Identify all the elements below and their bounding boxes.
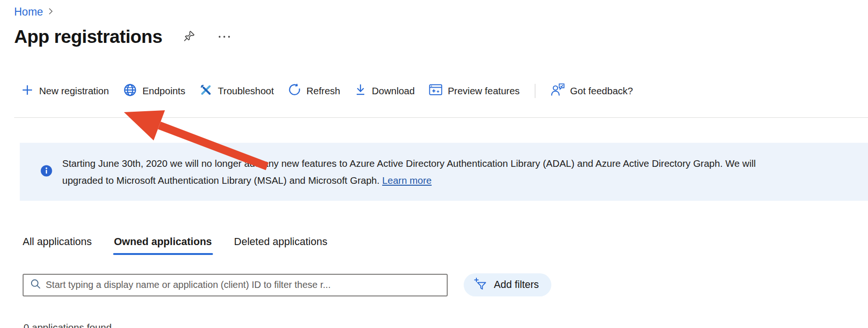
banner-line-2: upgraded to Microsoft Authentication Lib…	[62, 172, 756, 189]
app-registrations-page: Home App registrations	[0, 0, 868, 328]
filter-row: Add filters	[23, 273, 551, 296]
toolbar-separator	[14, 117, 868, 118]
command-toolbar: New registration Endpoints Troubleshoot	[21, 79, 868, 103]
new-registration-button[interactable]: New registration	[21, 83, 109, 99]
refresh-label: Refresh	[306, 85, 340, 97]
tab-owned-applications[interactable]: Owned applications	[114, 236, 212, 255]
applications-count-status: 0 applications found	[24, 322, 112, 328]
feedback-icon	[550, 83, 565, 99]
refresh-button[interactable]: Refresh	[288, 83, 340, 99]
preview-features-button[interactable]: Preview features	[429, 83, 520, 99]
toolbar-divider	[535, 84, 535, 98]
troubleshoot-tools-icon	[199, 83, 213, 99]
endpoints-label: Endpoints	[142, 85, 185, 97]
got-feedback-label: Got feedback?	[570, 85, 633, 97]
banner-line-2-text: upgraded to Microsoft Authentication Lib…	[62, 175, 382, 186]
learn-more-link[interactable]: Learn more	[382, 175, 432, 186]
new-registration-label: New registration	[39, 85, 109, 97]
search-icon	[30, 279, 41, 291]
got-feedback-button[interactable]: Got feedback?	[550, 83, 633, 99]
troubleshoot-button[interactable]: Troubleshoot	[199, 83, 274, 99]
download-label: Download	[372, 85, 415, 97]
more-actions-button[interactable]	[216, 32, 232, 42]
add-filter-funnel-icon	[473, 276, 488, 294]
globe-icon	[123, 83, 137, 99]
breadcrumb: Home	[14, 6, 54, 18]
preview-features-label: Preview features	[448, 85, 520, 97]
search-box	[23, 274, 448, 296]
troubleshoot-label: Troubleshoot	[218, 85, 274, 97]
filter-search-input[interactable]	[46, 279, 440, 290]
banner-text: Starting June 30th, 2020 we will no long…	[62, 155, 756, 189]
tab-deleted-applications[interactable]: Deleted applications	[234, 236, 328, 255]
title-row: App registrations	[14, 26, 232, 47]
breadcrumb-home-link[interactable]: Home	[14, 6, 43, 18]
preview-features-icon	[429, 83, 442, 99]
plus-icon	[21, 83, 34, 99]
add-filters-button[interactable]: Add filters	[464, 273, 551, 296]
download-button[interactable]: Download	[354, 83, 415, 99]
download-icon	[354, 83, 367, 99]
ellipsis-icon	[218, 33, 230, 41]
pin-dashboard-button[interactable]	[181, 28, 197, 46]
info-icon	[41, 165, 52, 179]
page-title: App registrations	[14, 26, 162, 47]
tab-all-applications[interactable]: All applications	[23, 236, 92, 255]
chevron-right-icon	[48, 7, 54, 18]
adal-deprecation-banner: Starting June 30th, 2020 we will no long…	[20, 143, 868, 201]
refresh-icon	[288, 83, 301, 99]
add-filters-label: Add filters	[494, 279, 539, 291]
endpoints-button[interactable]: Endpoints	[123, 83, 185, 99]
pin-icon	[183, 30, 196, 44]
applications-tabs: All applications Owned applications Dele…	[23, 236, 328, 255]
banner-line-1: Starting June 30th, 2020 we will no long…	[62, 155, 756, 172]
